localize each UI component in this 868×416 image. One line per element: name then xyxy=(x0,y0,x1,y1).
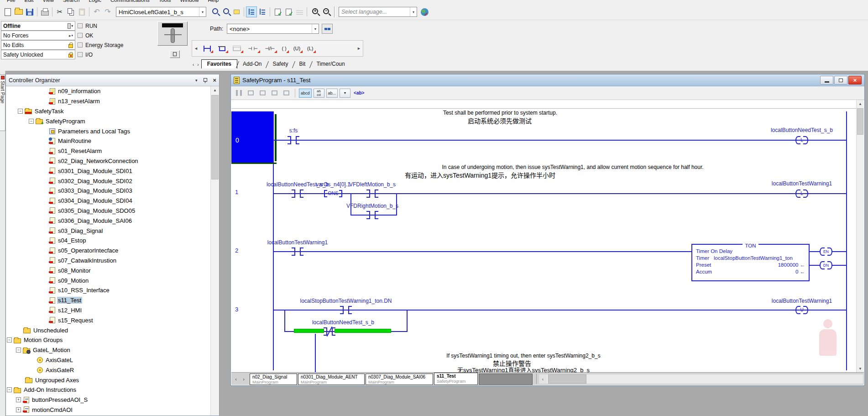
routine-tab[interactable]: s11_Test SafetyProgram xyxy=(434,373,478,385)
cut-icon[interactable]: ✂ xyxy=(54,6,65,17)
palette-tab-next[interactable]: › xyxy=(196,62,201,68)
tree-item-label[interactable]: s03_Diag_Signal xyxy=(57,227,104,234)
scrollbar-thumb[interactable] xyxy=(857,108,863,135)
tree-item-label[interactable]: s0305_Diag_Module_SDO05 xyxy=(57,207,136,214)
contact-tag[interactable]: localStopButtonTestWarning1_ton.DN xyxy=(300,298,392,304)
rung-number[interactable]: 1 xyxy=(235,189,238,195)
tree-expander-icon[interactable]: + xyxy=(16,407,21,412)
grid-icon[interactable] xyxy=(294,6,305,17)
menu-item[interactable]: Window xyxy=(176,0,203,3)
rung-comment[interactable]: In case of undergoing motion, then issue… xyxy=(442,164,703,170)
rung-number[interactable]: 3 xyxy=(235,306,238,313)
tree-item-label[interactable]: s11_Test xyxy=(57,297,82,304)
tree-item[interactable]: s0304_Diag_Module_SDI04 xyxy=(6,196,210,206)
tree-item-label[interactable]: s07_CatwalkIntrustion xyxy=(57,257,117,264)
xic-contact[interactable] xyxy=(340,306,352,314)
xic-contact[interactable] xyxy=(292,190,303,198)
tree-item-label[interactable]: s0302_Diag_Module_SDI02 xyxy=(57,178,133,184)
menu-item[interactable]: Tools xyxy=(155,0,175,3)
organizer-menu-icon[interactable]: ▾ xyxy=(195,78,198,83)
accum-value[interactable]: 0 xyxy=(795,269,798,274)
tree-item[interactable]: s0306_Diag_Module_SAI06 xyxy=(6,216,210,226)
ons-tag[interactable]: varOs_n4[0].1 xyxy=(316,181,350,188)
tree-item-label[interactable]: buttonPressedAOI_S xyxy=(31,396,89,403)
palette-tab[interactable]: Safety xyxy=(267,60,293,68)
close-button[interactable]: × xyxy=(848,76,862,84)
tree-item-label[interactable]: n09_information xyxy=(57,88,101,95)
tree-item[interactable]: AxisGateL xyxy=(6,355,210,365)
tree-item-label[interactable]: GateL_Motion xyxy=(32,347,71,353)
tab-start-page[interactable]: Start Page xyxy=(0,74,5,131)
tree-expander-icon[interactable]: − xyxy=(18,109,23,114)
tree-item[interactable]: s09_Motion xyxy=(6,275,210,285)
scroll-up-icon[interactable]: ▲ xyxy=(857,100,864,107)
instruction-icon[interactable]: ⊣ ⊢ xyxy=(247,44,259,53)
chevron-down-icon[interactable]: ▾ xyxy=(199,7,206,16)
pin-icon[interactable] xyxy=(203,78,207,83)
tree-item-label[interactable]: SafetyTask xyxy=(34,108,65,115)
ton-timer-block[interactable]: TON Timer On Delay TimerlocalStopButtonT… xyxy=(691,244,810,281)
close-icon[interactable]: × xyxy=(213,77,216,84)
truncate-tag-names-button[interactable]: ab... xyxy=(326,89,338,98)
scroll-down-icon[interactable]: ▼ xyxy=(857,365,864,372)
tree-expander-icon[interactable]: − xyxy=(29,119,34,124)
instruction-icon[interactable]: ( ) xyxy=(281,44,287,53)
instruction-icon[interactable] xyxy=(217,44,227,53)
tree-item[interactable]: n09_information xyxy=(6,86,210,96)
zoom-in-icon[interactable]: + xyxy=(309,6,320,17)
rung-nav-icon[interactable] xyxy=(234,89,244,98)
palette-tab[interactable]: Timer/Coun xyxy=(311,60,350,68)
palette-tab-prev[interactable]: ‹ xyxy=(192,62,196,68)
tree-item[interactable]: + buttonPressedAOI_S xyxy=(6,395,210,405)
xic-contact[interactable] xyxy=(366,190,378,198)
logic-toggle-icon[interactable] xyxy=(257,6,268,17)
verify-controller-icon[interactable]: ✓ xyxy=(283,6,294,17)
minimize-button[interactable] xyxy=(820,76,833,84)
tree-item[interactable]: Parameters and Local Tags xyxy=(6,126,210,136)
palette-scroll-left[interactable]: ◄ xyxy=(194,46,198,51)
coil-tag[interactable]: localButtonNeedTest_s_b xyxy=(771,127,833,133)
organizer-toggle-icon[interactable] xyxy=(246,6,257,17)
tree-expander-icon[interactable]: + xyxy=(16,397,21,402)
tree-item-label[interactable]: s12_HMI xyxy=(57,307,83,314)
tree-item[interactable]: + motionCmdAOI xyxy=(6,405,210,415)
tree-item[interactable]: − GateL_Motion xyxy=(6,345,210,355)
routine-tab[interactable]: n0307_Diag_Module_SAI06 MainProgram xyxy=(366,374,433,385)
show-tag-names-button[interactable]: abcd xyxy=(299,89,312,98)
undo-icon[interactable]: ↶ xyxy=(91,6,102,17)
tree-item-label[interactable]: s0306_Diag_Module_SAI06 xyxy=(57,217,133,224)
network-browse-icon[interactable] xyxy=(322,24,333,34)
rung-0-selection[interactable]: 0 xyxy=(231,111,273,163)
tree-item[interactable]: n13_resetAlarm xyxy=(6,96,210,106)
tree-item[interactable]: s15_Request xyxy=(6,315,210,325)
tree-item[interactable]: s11_Test xyxy=(6,295,210,305)
scroll-left-icon[interactable]: ‹ xyxy=(539,374,547,384)
tree-item-label[interactable]: s0303_Diag_Module_SDI03 xyxy=(57,187,133,194)
rung-comment[interactable]: 无sysTestWarning1直接进入sysTestWarning2_b_s xyxy=(457,365,590,372)
menu-item[interactable]: File xyxy=(3,0,20,3)
tree-item[interactable]: s0305_Diag_Module_SDO05 xyxy=(6,206,210,216)
language-globe-icon[interactable]: ✓ xyxy=(419,6,430,17)
edits-box[interactable]: No Edits xyxy=(1,40,75,50)
tree-expander-icon[interactable]: − xyxy=(7,387,12,392)
tag-search-icon[interactable] xyxy=(231,6,242,17)
paste-icon[interactable] xyxy=(76,6,87,17)
xic-contact[interactable] xyxy=(366,211,378,219)
tree-item[interactable]: MainRoutine xyxy=(6,136,210,146)
ladder-canvas[interactable]: 0 Test shall be performed prior to syste… xyxy=(231,100,857,372)
tree-item-label[interactable]: motionCmdAOI xyxy=(31,406,73,413)
scroll-up-icon[interactable]: ▲ xyxy=(211,86,219,94)
coil-tag[interactable]: localButtonTestWarning1 xyxy=(772,180,832,187)
scrollbar-thumb[interactable] xyxy=(211,95,219,179)
coil-tag[interactable]: localButtonTestWarning1 xyxy=(772,298,832,304)
tree-item[interactable]: s02_Diag_NetworkConnection xyxy=(6,156,210,166)
palette-tab[interactable]: Add-On xyxy=(237,60,267,68)
timer-operand[interactable]: localStopButtonTestWarning1_ton xyxy=(714,255,793,261)
edit-tag-button[interactable]: <ab> xyxy=(352,89,366,98)
tree-item-label[interactable]: Motion Groups xyxy=(23,337,63,343)
preset-value[interactable]: 1800000 xyxy=(778,262,799,268)
tree-item-label[interactable]: s15_Request xyxy=(57,317,94,324)
search-icon[interactable] xyxy=(209,6,220,17)
scrollbar-thumb[interactable] xyxy=(548,374,586,384)
restore-button[interactable] xyxy=(834,76,847,84)
